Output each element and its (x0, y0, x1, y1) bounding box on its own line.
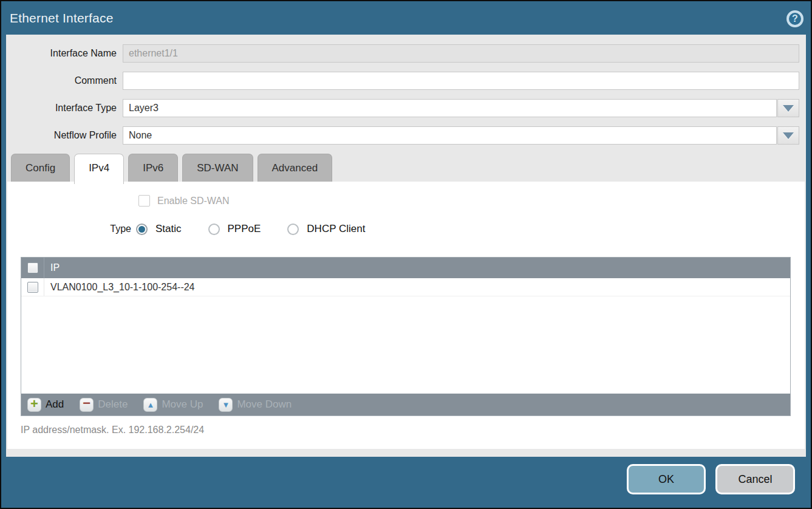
cancel-button[interactable]: Cancel (715, 464, 795, 494)
ipv4-tab-panel: Enable SD-WAN Type Static PPPoE (7, 182, 805, 449)
row-interface-type: Interface Type (6, 99, 806, 117)
ip-table-header: IP (21, 258, 790, 278)
ip-table-toolbar: + Add − Delete ▲ Move Up (21, 394, 790, 415)
interface-type-input[interactable] (123, 99, 777, 117)
add-icon: + (27, 398, 41, 412)
ip-table: IP VLAN0100_L3_10-1-100-254--24 + (21, 257, 791, 416)
delete-icon: − (80, 398, 94, 412)
radio-dhcp-client-circle (287, 224, 299, 235)
select-all-checkbox[interactable] (27, 262, 38, 273)
add-button[interactable]: + Add (27, 398, 64, 412)
dialog-titlebar: Ethernet Interface ? (1, 1, 811, 35)
comment-label: Comment (6, 75, 123, 86)
type-label: Type (7, 224, 136, 234)
tab-sdwan[interactable]: SD-WAN (182, 154, 253, 182)
dialog-footer: OK Cancel (1, 457, 811, 508)
radio-pppoe[interactable]: PPPoE (208, 223, 261, 235)
add-button-label: Add (46, 398, 64, 411)
ip-hint-text: IP address/netmask. Ex. 192.168.2.254/24 (21, 425, 204, 436)
interface-name-label: Interface Name (6, 48, 123, 59)
move-up-button-label: Move Up (162, 398, 203, 411)
delete-button: − Delete (80, 398, 128, 412)
row-interface-name: Interface Name (6, 44, 806, 63)
tab-ipv4[interactable]: IPv4 (74, 154, 124, 184)
tab-bar: Config IPv4 IPv6 SD-WAN Advanced (11, 154, 806, 182)
radio-static-label: Static (155, 223, 182, 235)
ip-cell: VLAN0100_L3_10-1-100-254--24 (44, 282, 195, 293)
type-radio-group: Type Static PPPoE DHCP Client (7, 223, 365, 235)
dialog-content: Interface Name Comment Interface Type (6, 35, 806, 457)
radio-selected-dot (138, 226, 145, 233)
interface-type-label: Interface Type (6, 103, 123, 114)
dialog-frame: Ethernet Interface ? Interface Name Comm… (1, 1, 811, 508)
radio-dhcp-client-label: DHCP Client (307, 223, 365, 235)
delete-button-label: Delete (98, 398, 128, 411)
help-glyph: ? (792, 13, 798, 24)
netflow-profile-dropdown-button[interactable] (777, 126, 799, 145)
radio-static-circle (136, 224, 148, 235)
ok-button[interactable]: OK (627, 464, 706, 494)
dialog-title: Ethernet Interface (10, 11, 114, 26)
chevron-down-icon (783, 132, 794, 139)
interface-type-dropdown-button[interactable] (777, 99, 799, 117)
ip-column-header: IP (44, 262, 60, 273)
tab-config[interactable]: Config (11, 154, 70, 182)
interface-name-input (123, 44, 799, 63)
row-comment: Comment (6, 72, 806, 90)
move-down-button: ▼ Move Down (219, 398, 292, 412)
comment-input[interactable] (123, 72, 799, 90)
move-down-button-label: Move Down (237, 398, 292, 411)
netflow-profile-input[interactable] (123, 126, 777, 145)
row-netflow-profile: Netflow Profile (6, 126, 806, 145)
table-row[interactable]: VLAN0100_L3_10-1-100-254--24 (21, 278, 790, 296)
enable-sdwan-row: Enable SD-WAN (138, 195, 230, 207)
move-up-button: ▲ Move Up (143, 398, 203, 412)
netflow-profile-label: Netflow Profile (6, 130, 123, 141)
enable-sdwan-checkbox (138, 195, 150, 207)
tab-advanced[interactable]: Advanced (258, 154, 333, 182)
ip-table-body: VLAN0100_L3_10-1-100-254--24 (21, 278, 790, 394)
tab-ipv6[interactable]: IPv6 (128, 154, 178, 182)
radio-pppoe-label: PPPoE (228, 223, 261, 235)
move-up-icon: ▲ (143, 398, 157, 412)
row-checkbox[interactable] (27, 282, 38, 293)
radio-static[interactable]: Static (136, 223, 182, 235)
chevron-down-icon (783, 105, 794, 112)
move-down-icon: ▼ (219, 398, 233, 412)
radio-dhcp-client[interactable]: DHCP Client (287, 223, 365, 235)
help-icon[interactable]: ? (786, 10, 803, 27)
enable-sdwan-label: Enable SD-WAN (157, 196, 230, 207)
radio-pppoe-circle (208, 224, 220, 235)
